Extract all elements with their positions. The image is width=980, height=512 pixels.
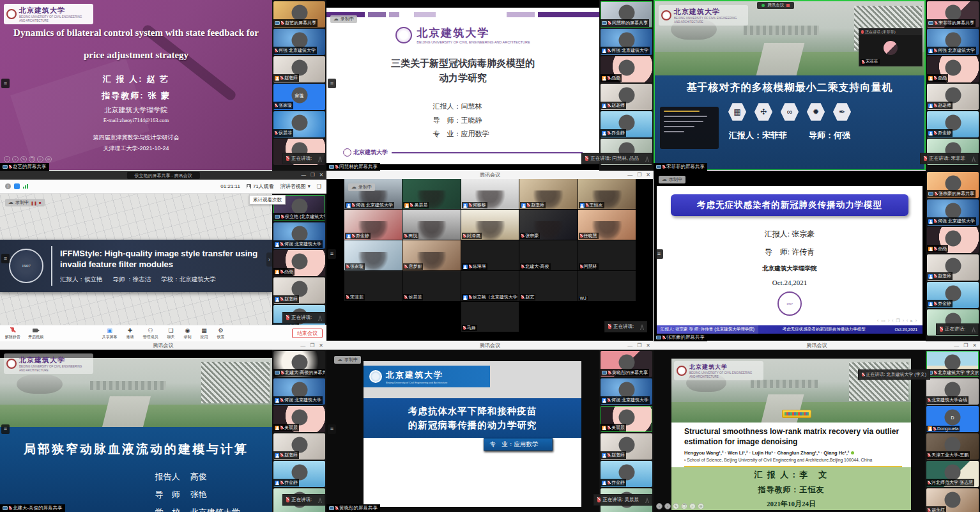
participant-tile[interactable]: 赵老师 [601,433,652,460]
participant-tile[interactable]: 乔金静 [927,282,979,308]
toolbar-button[interactable]: ▣共享屏幕 [102,327,118,340]
stop-share-icon[interactable] [786,4,790,7]
annotation-tool-button[interactable]: ‹ [4,156,10,162]
toolbar-button[interactable]: ⚙设置 [217,327,225,340]
participant-tile[interactable]: 何强 北京建筑大学 [273,222,325,249]
participant-tile[interactable]: 北京建筑大学会场 [926,378,979,405]
participant-tile[interactable]: 闫慧林的屏幕共享 [601,1,652,27]
video-tile[interactable]: 乔金静 [344,210,402,240]
video-tile[interactable]: 闫慧林 [578,240,636,270]
video-tile[interactable]: 封泽晟 [461,210,519,240]
viewer-count[interactable]: 71人观看 [247,183,274,190]
annotation-tool-button[interactable]: ✎ [673,503,679,509]
video-tile[interactable]: 宋菲菲 [344,271,402,301]
meeting-control-pill[interactable]: 腾讯会议 [757,2,794,9]
meeting-info-icon[interactable]: ! [5,183,11,189]
annotation-toolbar[interactable]: ‹›✎❐⌕⊖ [4,156,52,162]
next-page-chevron[interactable]: › [266,252,272,267]
participant-tile[interactable]: 河北师范大学 张志慧 [926,461,979,487]
sidebar-toggle[interactable]: ≡ [1,79,10,88]
end-meeting-button[interactable]: 结束会议 [292,329,323,338]
video-tile[interactable]: 侯晨菲 [402,271,460,301]
participant-tile[interactable]: 赵老师 [273,433,325,460]
video-tile[interactable]: 陈琳琳 [461,240,519,270]
toolbar-button[interactable]: 开启视频 [28,327,43,340]
participant-tile[interactable]: 何强 北京建筑大学 [927,29,979,55]
video-tile[interactable] [344,302,402,332]
maximize-button[interactable]: ❐ [310,341,314,350]
sidebar-toggle[interactable]: ≡ [655,249,663,259]
annotation-tool-button[interactable]: › [664,503,671,509]
participant-tile[interactable]: 何强 北京建筑大学 [273,29,325,55]
participant-tile[interactable]: 聂永红 [926,488,979,512]
annotation-tool-button[interactable]: ❐ [29,156,35,162]
minimize-button[interactable]: — [627,171,632,179]
participant-tile[interactable]: 乔金静 [273,461,325,487]
participant-tile[interactable]: 赵艺的屏幕共享 [273,1,325,27]
participant-tile[interactable]: 赵老师 [273,56,325,82]
participant-tile[interactable]: 张宗豪的屏幕共享 [927,172,979,198]
video-tile[interactable]: 田悦 [402,210,460,240]
participant-tile[interactable]: 何强 北京建筑大学 [601,378,652,405]
maximize-button[interactable]: ❐ [963,341,968,350]
participant-tile[interactable]: 晶晶 [927,56,979,82]
participant-tile[interactable]: 黄晓彤的屏幕共享 [601,351,652,377]
video-tile[interactable]: 赵艺 [519,271,577,301]
participant-tile[interactable]: 何强 北京建筑大学 [601,29,652,55]
participant-tile[interactable]: 家璇 张家璇 [273,84,325,110]
close-button[interactable]: ✕ [319,341,323,350]
toolbar-button[interactable]: ◉录制 [184,327,192,340]
participant-tile[interactable]: 宋菲菲的屏幕共享 [927,1,979,27]
participant-tile[interactable]: 赵老师 [273,277,325,304]
video-tile[interactable]: WJ [578,271,636,301]
participant-tile[interactable]: 乔金静 [601,111,652,137]
participant-tile[interactable]: 北建大-高俊的屏幕共享 [273,351,325,377]
participant-tile[interactable]: 北京建筑大学 李文的屏幕共享 [926,351,979,377]
sidebar-toggle[interactable]: ≡ [1,254,10,263]
view-mode-dropdown[interactable]: 演讲者视图▾ [280,183,310,190]
pause-recording-button[interactable]: ❚❚ [31,201,37,205]
video-tile[interactable]: 赵老师 [519,179,577,209]
annotation-tool-button[interactable]: ❐ [681,503,687,509]
participant-tile[interactable]: 晶晶 [273,250,325,276]
video-tile[interactable]: 张家璇 [344,240,402,270]
participant-tile[interactable]: 晶晶 [927,227,979,253]
toolbar-button[interactable]: ⚇管理成员 [143,327,158,340]
chat-popup[interactable] [660,107,719,149]
video-tile[interactable]: 侯立艳（北京建筑大学） [461,271,519,301]
video-tile[interactable]: 北建大-高俊 [519,240,577,270]
participant-tile[interactable]: 赵老师 [927,84,979,110]
participant-tile[interactable]: 何强 北京建筑大学 [927,199,979,226]
maximize-button[interactable]: ❐ [310,171,315,180]
close-button[interactable]: ✕ [319,171,323,180]
security-shield-icon[interactable] [14,183,20,189]
toolbar-button[interactable]: ✚邀请 [126,327,134,340]
video-tile[interactable]: 任晓慧 [578,210,636,240]
annotation-tool-button[interactable]: › [12,156,19,162]
video-tile[interactable]: 吴晨晨 [402,179,460,209]
participant-tile[interactable]: 乔金静 [601,461,652,487]
participant-tile[interactable]: 赵老师 [927,254,979,281]
floating-speaker-video[interactable]: 正在讲话 (宋菲菲) 宋菲菲 [859,28,923,66]
minimize-button[interactable]: — [300,341,305,350]
toolbar-button[interactable]: ▦应用 [201,327,208,340]
toolbar-button[interactable]: ❏聊天 [167,327,175,340]
participant-tile[interactable]: 吴晨晨 [273,406,325,432]
toolbar-button[interactable]: 解除静音 [5,327,20,340]
participant-tile[interactable]: 晶晶 [601,56,652,82]
beamer-nav-icons[interactable]: ‹ ▭ › ‹ ❐ › ‹ ▸ › [877,318,917,323]
participant-tile[interactable]: 何强 北京建筑大学 [273,378,325,405]
close-button[interactable]: ✕ [646,341,650,350]
close-button[interactable]: ✕ [646,171,650,179]
fullscreen-button[interactable]: ❑ [317,183,321,189]
video-tile[interactable]: 唐梦影 [402,240,460,270]
annotation-toolbar[interactable]: ‹›✎❐⌕⊖ [656,503,704,509]
video-tile[interactable] [402,302,460,332]
video-tile[interactable]: 何黎黎 [461,179,519,209]
participant-tile[interactable]: 天津工业大学-王鹏 [926,433,979,460]
participant-tile[interactable]: 乔金静 [927,111,979,137]
video-tile[interactable] [519,302,577,332]
maximize-button[interactable]: ❐ [637,171,641,179]
annotation-tool-button[interactable]: ⊖ [698,503,704,509]
video-tile[interactable]: 张宗豪 [519,210,577,240]
